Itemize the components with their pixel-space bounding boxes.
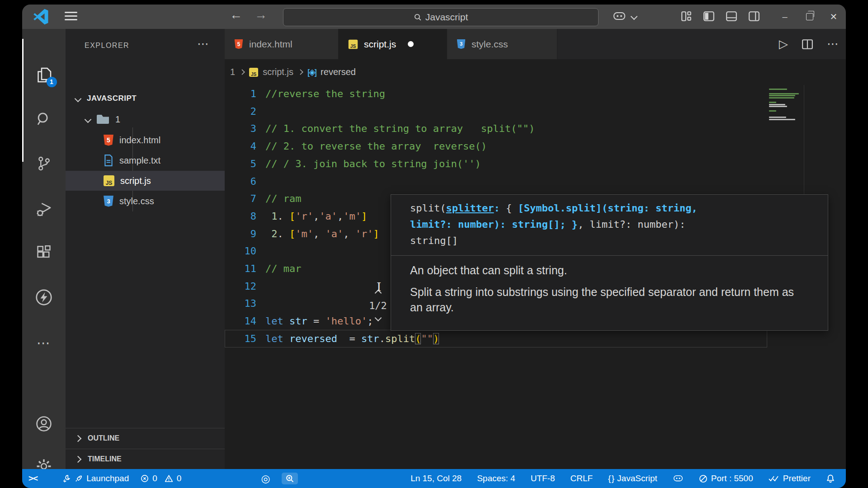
token: // ram (265, 193, 301, 204)
chevron-right-icon (75, 435, 82, 442)
breadcrumb-symbol[interactable]: reversed (321, 67, 356, 77)
encoding-indicator[interactable]: UTF-8 (531, 474, 555, 483)
notifications-bell-icon[interactable] (826, 474, 835, 483)
code-text: 2. ['m', 'a', 'r'] (265, 225, 379, 243)
live-server-port[interactable]: Port : 5500 (699, 474, 753, 483)
line-col-indicator[interactable]: Ln 15, Col 28 (410, 474, 462, 483)
formatter-label: Prettier (783, 474, 811, 483)
tab-label: style.css (472, 39, 508, 50)
token: let (265, 333, 283, 344)
file-row-script-js[interactable]: JS script.js (66, 171, 225, 191)
outline-section[interactable]: OUTLINE (66, 428, 225, 448)
account-icon[interactable] (22, 409, 66, 438)
file-name: script.js (120, 176, 151, 186)
sidebar-item-run-debug[interactable] (22, 194, 66, 223)
workspace-row[interactable]: JAVASCRIPT (66, 89, 225, 108)
css-file-icon: 3 (104, 196, 113, 207)
sidebar-item-search[interactable] (22, 105, 66, 134)
signature-segment: string[] (410, 235, 458, 246)
doc-line-2: Split a string into substrings using the… (410, 284, 808, 315)
activity-more-icon[interactable]: ⋯ (22, 328, 66, 357)
token: , (313, 228, 326, 239)
code-line[interactable]: 1//reverse the string (225, 85, 846, 103)
line-number: 7 (225, 190, 256, 207)
tab-style-css[interactable]: 3 style.css (447, 29, 557, 59)
token: , (337, 211, 343, 222)
file-row-style-css[interactable]: 3 style.css (66, 191, 225, 211)
code-line[interactable]: 3// 1. convert the string to array split… (225, 120, 846, 137)
explorer-more-icon[interactable]: ⋯ (197, 37, 209, 51)
pager-down-icon[interactable] (374, 314, 382, 322)
sidebar-item-explorer[interactable]: 1 (22, 61, 66, 89)
target-icon[interactable]: ◎ (261, 473, 270, 485)
command-center-search[interactable]: Javascript (283, 8, 599, 26)
forward-arrow-icon[interactable]: → (253, 8, 269, 22)
code-line[interactable]: 2 (225, 103, 846, 120)
token: . (278, 228, 290, 239)
breadcrumb-file[interactable]: script.js (263, 67, 293, 77)
token: ) (433, 333, 439, 344)
minimap-line (769, 104, 785, 105)
toggle-sidebar-icon[interactable] (703, 10, 715, 22)
eol-indicator[interactable]: CRLF (570, 474, 593, 483)
symbol-method-icon: [◈] (307, 67, 316, 77)
breadcrumb-root[interactable]: 1 (230, 67, 235, 77)
folder-row[interactable]: 1 (66, 109, 225, 129)
remote-indicator[interactable]: >< (28, 474, 38, 483)
minimize-button[interactable]: – (773, 5, 797, 29)
copilot-status-icon[interactable] (673, 474, 684, 483)
explorer-badge: 1 (47, 77, 57, 87)
signature-segment: : (494, 202, 506, 214)
restore-button[interactable] (797, 5, 822, 29)
errors-item[interactable]: 0 0 (141, 474, 181, 483)
token: , (343, 228, 355, 239)
error-count: 0 (152, 474, 157, 483)
chevron-right-icon (239, 69, 245, 75)
file-row-sample-txt[interactable]: sample.txt (66, 150, 225, 170)
code-line[interactable]: 15let reversed = str.split("") (225, 330, 846, 347)
tab-index-html[interactable]: 5 index.html (225, 29, 339, 59)
copilot-chevron-icon[interactable] (631, 13, 638, 20)
token: = (307, 315, 326, 327)
zoom-tool-icon[interactable] (282, 473, 298, 484)
git-branch-icon (36, 155, 52, 172)
customize-layout-icon[interactable] (680, 10, 692, 22)
close-button[interactable]: ✕ (821, 5, 846, 29)
code-line[interactable]: 5// / 3. join back to string join('') (225, 155, 846, 173)
indentation-indicator[interactable]: Spaces: 4 (477, 474, 515, 483)
chevron-right-icon (297, 69, 303, 75)
run-button[interactable]: ▷ (779, 37, 788, 51)
port-slash-icon (699, 474, 708, 483)
text-file-icon (104, 155, 113, 166)
line-number: 2 (225, 103, 256, 120)
prettier-item[interactable]: Prettier (769, 474, 811, 483)
unsaved-dot-icon[interactable] (408, 41, 414, 47)
language-indicator[interactable]: { } JavaScript (608, 474, 657, 483)
token: [ (289, 211, 295, 222)
timeline-section[interactable]: TIMELINE (66, 449, 225, 469)
code-text: // ram (265, 190, 301, 207)
chevron-down-icon (85, 116, 92, 123)
split-editor-icon[interactable] (802, 38, 813, 50)
code-line[interactable]: 6 (225, 173, 846, 190)
menu-icon[interactable] (65, 12, 77, 22)
file-name: style.css (119, 196, 154, 206)
sidebar-item-thunder-client[interactable] (22, 283, 66, 312)
signature-segment: , limit?: number): (578, 219, 685, 230)
launchpad-item[interactable]: Launchpad (63, 474, 129, 483)
code-line[interactable]: 4// 2. to reverse the array reverse() (225, 137, 846, 155)
back-arrow-icon[interactable]: ← (228, 8, 244, 22)
token: reversed (289, 333, 337, 344)
token: // / 3. join back to string join('') (265, 158, 481, 169)
sidebar-item-extensions[interactable] (22, 239, 66, 267)
copilot-icon[interactable] (613, 10, 626, 22)
sidebar-item-source-control[interactable] (22, 149, 66, 178)
editor-more-icon[interactable]: ⋯ (827, 37, 839, 51)
code-text: //reverse the string (265, 85, 385, 103)
file-row-index-html[interactable]: 5 index.html (66, 130, 225, 150)
toggle-panel-icon[interactable] (726, 10, 737, 22)
folder-name: 1 (115, 114, 120, 125)
toggle-secondary-sidebar-icon[interactable] (748, 10, 760, 22)
tab-script-js[interactable]: JS script.js (339, 29, 447, 59)
token: 'a' (319, 211, 337, 222)
